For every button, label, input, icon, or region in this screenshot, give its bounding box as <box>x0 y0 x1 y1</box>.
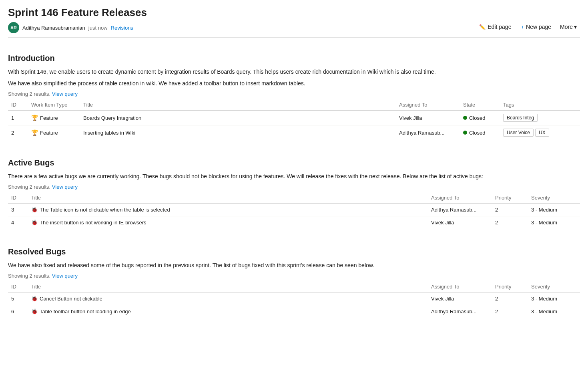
cell-priority: 2 <box>492 204 528 216</box>
cell-title: 🐞The insert button is not working in IE … <box>28 216 428 229</box>
table-row: 6 🐞Table toolbar button not loading in e… <box>8 305 580 318</box>
cell-id: 2 <box>8 125 28 140</box>
feature-icon: 🏆 <box>31 129 38 136</box>
cell-assigned: Vivek Jilla <box>428 216 492 229</box>
more-label: More <box>560 24 573 30</box>
feature-icon: 🏆 <box>31 115 38 121</box>
toolbar-right: ✏️ Edit page + New page More ▾ <box>475 22 580 32</box>
cell-assigned: Adithya Ramasub... <box>396 125 460 140</box>
tag-badge: Boards Integ <box>503 114 538 122</box>
active-bugs-showing-results: Showing 2 results. View query <box>8 184 580 190</box>
col-header-type: Work Item Type <box>28 99 80 111</box>
active-bugs-view-query-link[interactable]: View query <box>52 184 78 190</box>
plus-icon: + <box>521 24 524 30</box>
intro-view-query-link[interactable]: View query <box>52 91 78 97</box>
cell-type: 🏆Feature <box>28 111 80 125</box>
resolved-bugs-description: We have also fixed and released some of … <box>8 261 580 270</box>
col-header-severity-rb: Severity <box>528 281 580 292</box>
resolved-bugs-showing-results: Showing 2 results. View query <box>8 273 580 279</box>
cell-assigned: Vivek Jilla <box>428 292 492 305</box>
active-bugs-title: Active Bugs <box>8 158 580 167</box>
cell-title: 🐞Table toolbar button not loading in edg… <box>28 305 428 318</box>
intro-section-title: Introduction <box>8 54 580 63</box>
col-header-tags: Tags <box>500 99 580 111</box>
avatar: AR <box>8 22 19 33</box>
cell-type: 🏆Feature <box>28 125 80 140</box>
cell-id: 4 <box>8 216 28 229</box>
cell-id: 6 <box>8 305 28 318</box>
cell-state: Closed <box>460 111 500 125</box>
resolved-bugs-table-header: ID Title Assigned To Priority Severity <box>8 281 580 292</box>
meta-bar: AR Adithya Ramasubramanian just now Revi… <box>8 22 580 38</box>
cell-tags: Boards Integ <box>500 111 580 125</box>
table-row: 1 🏆Feature Boards Query Integration Vive… <box>8 111 580 125</box>
bug-icon: 🐞 <box>31 308 38 315</box>
cell-id: 5 <box>8 292 28 305</box>
intro-table: ID Work Item Type Title Assigned To Stat… <box>8 99 580 140</box>
col-header-severity-ab: Severity <box>528 192 580 204</box>
state-dot <box>463 131 467 135</box>
cell-priority: 2 <box>492 292 528 305</box>
col-header-id: ID <box>8 99 28 111</box>
col-header-state: State <box>460 99 500 111</box>
cell-assigned: Adithya Ramasub... <box>428 305 492 318</box>
state-dot <box>463 116 467 120</box>
col-header-id-rb: ID <box>8 281 28 292</box>
col-header-priority-rb: Priority <box>492 281 528 292</box>
col-header-priority-ab: Priority <box>492 192 528 204</box>
bug-icon: 🐞 <box>31 220 38 226</box>
bug-icon: 🐞 <box>31 296 38 302</box>
intro-para-1: With Sprint 146, we enable users to crea… <box>8 68 580 76</box>
new-page-label: New page <box>526 24 551 30</box>
table-row: 2 🏆Feature Inserting tables in Wiki Adit… <box>8 125 580 140</box>
cell-priority: 2 <box>492 216 528 229</box>
cell-id: 1 <box>8 111 28 125</box>
resolved-bugs-title: Resolved Bugs <box>8 247 580 256</box>
active-bugs-table-header: ID Title Assigned To Priority Severity <box>8 192 580 204</box>
intro-para-2: We have also simplified the process of t… <box>8 79 580 88</box>
cell-state: Closed <box>460 125 500 140</box>
cell-severity: 3 - Medium <box>528 216 580 229</box>
resolved-bugs-view-query-link[interactable]: View query <box>52 273 78 279</box>
active-bugs-description: There are a few active bugs we are curre… <box>8 172 580 181</box>
col-header-assigned-rb: Assigned To <box>428 281 492 292</box>
page-content: Introduction With Sprint 146, we enable … <box>0 38 588 336</box>
col-header-title-ab: Title <box>28 192 428 204</box>
cell-id: 3 <box>8 204 28 216</box>
new-page-button[interactable]: + New page <box>517 22 555 32</box>
revisions-link[interactable]: Revisions <box>111 25 133 31</box>
col-header-id-ab: ID <box>8 192 28 204</box>
cell-title: Inserting tables in Wiki <box>80 125 396 140</box>
cell-assigned: Adithya Ramasub... <box>428 204 492 216</box>
cell-severity: 3 - Medium <box>528 292 580 305</box>
resolved-bugs-table: ID Title Assigned To Priority Severity 5… <box>8 281 580 318</box>
cell-title: 🐞The Table icon is not clickable when th… <box>28 204 428 216</box>
col-header-assigned: Assigned To <box>396 99 460 111</box>
active-bugs-table: ID Title Assigned To Priority Severity 3… <box>8 192 580 229</box>
cell-severity: 3 - Medium <box>528 204 580 216</box>
edit-page-label: Edit page <box>488 24 511 30</box>
page-header: Sprint 146 Feature Releases AR Adithya R… <box>0 0 588 38</box>
bug-icon: 🐞 <box>31 207 38 213</box>
more-button[interactable]: More ▾ <box>557 22 580 32</box>
intro-table-header: ID Work Item Type Title Assigned To Stat… <box>8 99 580 111</box>
tag-badge: UX <box>535 129 549 137</box>
edit-page-button[interactable]: ✏️ Edit page <box>475 22 515 32</box>
author-name: Adithya Ramasubramanian <box>22 25 85 31</box>
col-header-title: Title <box>80 99 396 111</box>
resolved-bugs-divider <box>8 239 580 239</box>
table-row: 3 🐞The Table icon is not clickable when … <box>8 204 580 216</box>
col-header-assigned-ab: Assigned To <box>428 192 492 204</box>
edit-icon: ✏️ <box>479 24 486 30</box>
table-row: 5 🐞Cancel Button not clickable Vivek Jil… <box>8 292 580 305</box>
chevron-down-icon: ▾ <box>574 24 577 30</box>
table-row: 4 🐞The insert button is not working in I… <box>8 216 580 229</box>
page-title: Sprint 146 Feature Releases <box>8 6 580 19</box>
col-header-title-rb: Title <box>28 281 428 292</box>
cell-tags: User VoiceUX <box>500 125 580 140</box>
active-bugs-divider <box>8 150 580 150</box>
cell-priority: 2 <box>492 305 528 318</box>
cell-assigned: Vivek Jilla <box>396 111 460 125</box>
cell-severity: 3 - Medium <box>528 305 580 318</box>
tag-badge: User Voice <box>503 129 534 137</box>
